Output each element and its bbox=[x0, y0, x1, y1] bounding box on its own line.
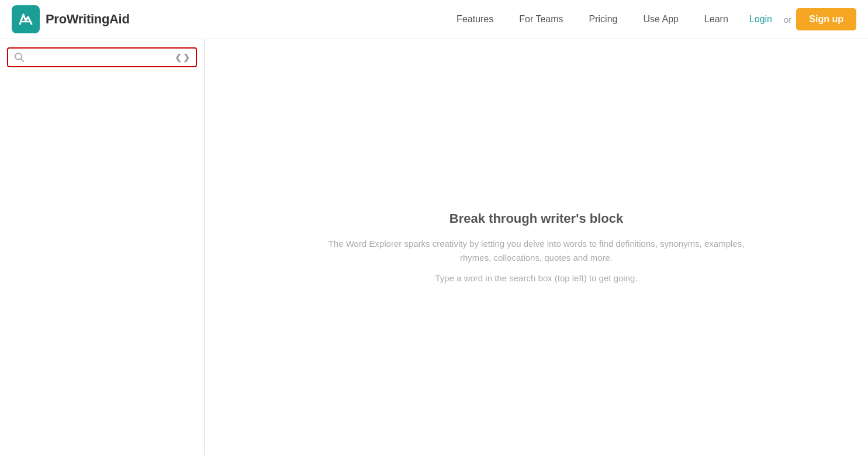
search-box[interactable]: ❮ ❯ bbox=[7, 47, 197, 67]
signup-button[interactable]: Sign up bbox=[796, 8, 856, 30]
main-description: The Word Explorer sparks creativity by l… bbox=[326, 237, 747, 265]
sidebar: ❮ ❯ bbox=[0, 39, 205, 455]
navbar: ProWritingAid Features For Teams Pricing… bbox=[0, 0, 868, 39]
main-heading: Break through writer's block bbox=[449, 211, 623, 226]
search-input[interactable] bbox=[28, 53, 171, 63]
nav-learn[interactable]: Learn bbox=[693, 9, 740, 29]
nav-pricing[interactable]: Pricing bbox=[577, 9, 630, 29]
chevron-right-icon[interactable]: ❯ bbox=[183, 53, 190, 62]
navbar-links: Features For Teams Pricing Use App Learn… bbox=[445, 8, 856, 30]
svg-line-1 bbox=[21, 59, 24, 62]
logo-icon[interactable] bbox=[12, 5, 40, 33]
nav-features[interactable]: Features bbox=[445, 9, 505, 29]
content-area: Break through writer's block The Word Ex… bbox=[205, 39, 868, 455]
main-layout: ❮ ❯ Break through writer's block The Wor… bbox=[0, 39, 868, 455]
nav-use-app[interactable]: Use App bbox=[631, 9, 690, 29]
nav-for-teams[interactable]: For Teams bbox=[507, 9, 575, 29]
login-link[interactable]: Login bbox=[742, 9, 779, 29]
main-instruction: Type a word in the search box (top left)… bbox=[435, 273, 637, 283]
search-nav-buttons: ❮ ❯ bbox=[175, 53, 190, 62]
logo-text: ProWritingAid bbox=[46, 12, 130, 27]
search-icon bbox=[14, 52, 25, 63]
or-separator: or bbox=[781, 15, 794, 25]
navbar-brand: ProWritingAid bbox=[12, 5, 130, 33]
chevron-left-icon[interactable]: ❮ bbox=[175, 53, 182, 62]
